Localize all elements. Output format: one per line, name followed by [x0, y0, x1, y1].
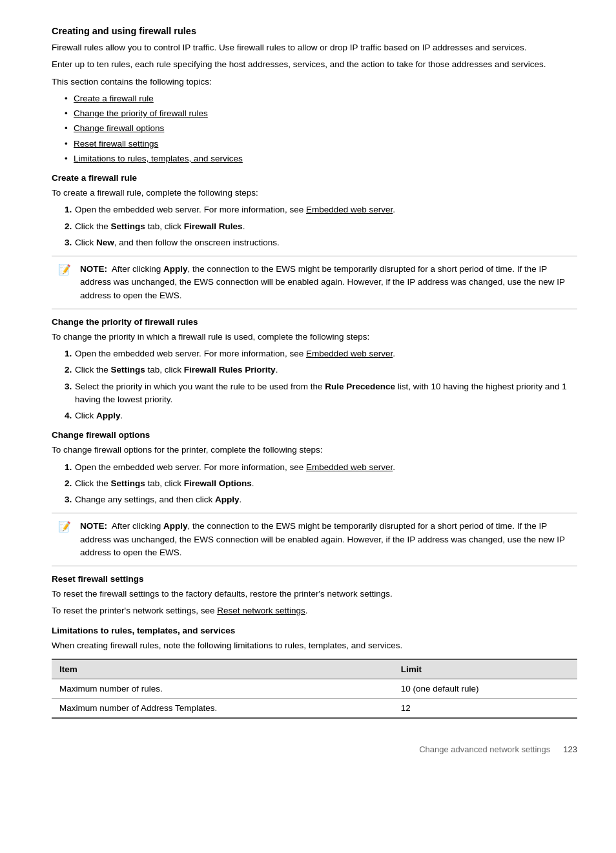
note-icon: 📝 [58, 520, 74, 533]
step-text: Change any settings, and then click Appl… [75, 493, 577, 506]
options-steps: 1. Open the embedded web server. For mor… [52, 461, 577, 507]
step-number: 4. [52, 409, 75, 422]
note-text: NOTE: After clicking Apply, the connecti… [80, 520, 577, 559]
step-text: Click the Settings tab, click Firewall R… [75, 364, 577, 376]
step-item: 3. Change any settings, and then click A… [52, 493, 577, 506]
toc-list: Create a firewall rule Change the priori… [65, 92, 577, 165]
step-text: Click the Settings tab, click Firewall O… [75, 477, 577, 490]
step-item: 1. Open the embedded web server. For mor… [52, 347, 577, 360]
step-number: 2. [52, 477, 75, 490]
toc-item[interactable]: Reset firewall settings [65, 138, 577, 150]
section-priority-title: Change the priority of firewall rules [52, 317, 577, 327]
step-number: 2. [52, 364, 75, 376]
toc-link-reset[interactable]: Reset firewall settings [74, 139, 158, 149]
section-priority-intro: To change the priority in which a firewa… [52, 331, 577, 344]
toc-item[interactable]: Create a firewall rule [65, 92, 577, 105]
page-title: Creating and using firewall rules [52, 26, 577, 36]
step-text: Click Apply. [75, 409, 577, 422]
step-text: Click New, and then follow the onscreen … [75, 236, 577, 249]
table-header-item: Item [52, 659, 393, 679]
intro-para-3: This section contains the following topi… [52, 76, 577, 88]
table-header-limit: Limit [393, 659, 577, 679]
priority-steps: 1. Open the embedded web server. For mor… [52, 347, 577, 422]
toc-link-options[interactable]: Change firewall options [74, 123, 164, 133]
intro-para-2: Enter up to ten rules, each rule specify… [52, 58, 577, 71]
toc-link-limitations[interactable]: Limitations to rules, templates, and ser… [74, 154, 243, 163]
table-cell-limit: 12 [393, 698, 577, 718]
page-footer: Change advanced network settings 123 [52, 745, 577, 754]
ews-link-1[interactable]: Embedded web server [306, 205, 393, 214]
section-limitations-intro: When creating firewall rules, note the f… [52, 639, 577, 652]
section-reset-title: Reset firewall settings [52, 574, 577, 584]
footer-page-number: 123 [563, 745, 577, 754]
section-reset-para1: To reset the firewall settings to the fa… [52, 588, 577, 601]
table-cell-item: Maximum number of rules. [52, 679, 393, 698]
ews-link-3[interactable]: Embedded web server [306, 462, 393, 472]
table-row: Maximum number of Address Templates. 12 [52, 698, 577, 718]
ews-link-2[interactable]: Embedded web server [306, 349, 393, 358]
section-create-intro: To create a firewall rule, complete the … [52, 187, 577, 200]
table-cell-item: Maximum number of Address Templates. [52, 698, 393, 718]
section-options-title: Change firewall options [52, 430, 577, 440]
section-limitations-title: Limitations to rules, templates, and ser… [52, 626, 577, 635]
step-number: 1. [52, 461, 75, 474]
step-item: 2. Click the Settings tab, click Firewal… [52, 220, 577, 233]
toc-link-create[interactable]: Create a firewall rule [74, 94, 154, 103]
section-options-intro: To change firewall options for the print… [52, 444, 577, 457]
toc-item[interactable]: Limitations to rules, templates, and ser… [65, 152, 577, 165]
step-item: 3. Click New, and then follow the onscre… [52, 236, 577, 249]
step-text: Click the Settings tab, click Firewall R… [75, 220, 577, 233]
step-number: 2. [52, 220, 75, 233]
step-number: 3. [52, 380, 75, 407]
create-steps: 1. Open the embedded web server. For mor… [52, 203, 577, 249]
step-text: Open the embedded web server. For more i… [75, 347, 577, 360]
note-icon: 📝 [58, 263, 74, 276]
table-row: Maximum number of rules. 10 (one default… [52, 679, 577, 698]
toc-item[interactable]: Change firewall options [65, 122, 577, 135]
step-item: 2. Click the Settings tab, click Firewal… [52, 364, 577, 376]
table-cell-limit: 10 (one default rule) [393, 679, 577, 698]
step-text: Open the embedded web server. For more i… [75, 203, 577, 216]
step-number: 3. [52, 236, 75, 249]
step-number: 1. [52, 203, 75, 216]
section-create-title: Create a firewall rule [52, 173, 577, 183]
toc-link-priority[interactable]: Change the priority of firewall rules [74, 108, 208, 118]
step-item: 1. Open the embedded web server. For mor… [52, 461, 577, 474]
step-number: 1. [52, 347, 75, 360]
step-text: Open the embedded web server. For more i… [75, 461, 577, 474]
step-number: 3. [52, 493, 75, 506]
step-item: 1. Open the embedded web server. For mor… [52, 203, 577, 216]
toc-item[interactable]: Change the priority of firewall rules [65, 107, 577, 120]
note-box-1: 📝 NOTE: After clicking Apply, the connec… [52, 256, 577, 309]
step-text: Select the priority in which you want th… [75, 380, 577, 407]
intro-para-1: Firewall rules allow you to control IP t… [52, 41, 577, 54]
step-item: 3. Select the priority in which you want… [52, 380, 577, 407]
note-text: NOTE: After clicking Apply, the connecti… [80, 263, 577, 302]
section-reset-para2: To reset the printer's network settings,… [52, 604, 577, 617]
step-item: 2. Click the Settings tab, click Firewal… [52, 477, 577, 490]
step-item: 4. Click Apply. [52, 409, 577, 422]
limits-table: Item Limit Maximum number of rules. 10 (… [52, 659, 577, 719]
note-box-2: 📝 NOTE: After clicking Apply, the connec… [52, 513, 577, 566]
reset-network-link[interactable]: Reset network settings [217, 606, 305, 615]
footer-chapter-text: Change advanced network settings [419, 745, 550, 754]
